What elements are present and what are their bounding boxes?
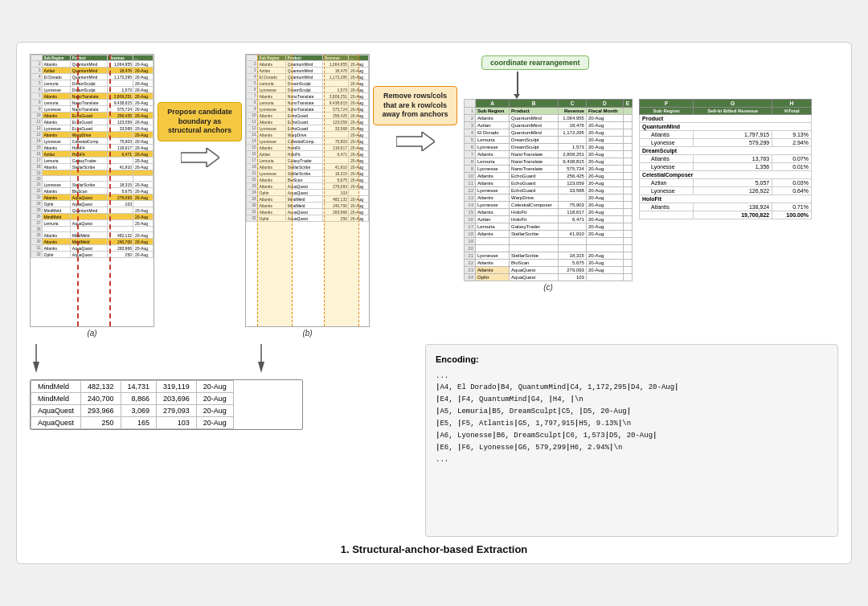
- spreadsheet-panel-a: Sub Region Product Revenue ... 2Atlantis…: [30, 54, 154, 327]
- encoding-title: Encoding:: [436, 353, 828, 366]
- arrow-right-1: [181, 148, 219, 167]
- annotation-a: Propose candidate boundary as structural…: [158, 102, 242, 141]
- coord-arrowhead: [514, 94, 520, 99]
- encoding-box: Encoding: ... |A4, El Dorado|B4, Quantum…: [425, 344, 838, 537]
- svg-marker-0: [181, 148, 219, 167]
- svg-marker-5: [258, 362, 264, 373]
- coord-arrow-line: [517, 72, 518, 96]
- svg-marker-3: [33, 362, 39, 373]
- panel-a-label: (a): [87, 329, 96, 338]
- panel-c-label: (c): [464, 283, 633, 292]
- panel-d: F G H Sub Region Sell-In Billed Revenue …: [639, 99, 812, 219]
- panel-b-label: (b): [302, 329, 312, 338]
- arrow-down-bottom-2: [255, 344, 416, 373]
- arrow-right-2: [396, 132, 435, 151]
- annotation-b: Remove rows/cols that are k row/cols awa…: [373, 86, 457, 125]
- main-container: Sub Region Product Revenue ... 2Atlantis…: [16, 42, 852, 564]
- encoding-ellipsis-top: ...: [436, 371, 828, 383]
- coord-callout: coordinate rearrangement: [481, 55, 589, 70]
- page-title: 1. Structural-anchor-based Extraction: [30, 543, 838, 555]
- arrow-down-bottom: [30, 344, 43, 373]
- spreadsheet-panel-b: Sub Region Product Revenue ... 2Atlantis…: [245, 54, 370, 327]
- bottom-table: MindMeld482,13214,731319,11920-AugMindMe…: [30, 379, 303, 430]
- encoding-ellipsis-bottom: ...: [436, 455, 828, 466]
- svg-marker-1: [396, 132, 435, 151]
- panel-c: A B C D E 1Sub RegionProductRevenueFisca…: [464, 99, 633, 292]
